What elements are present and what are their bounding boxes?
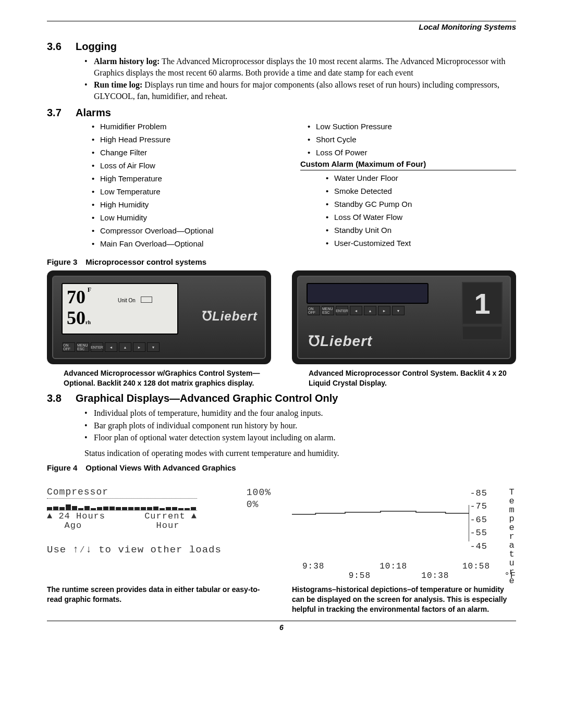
runtime-chart: Compressor (47, 487, 271, 556)
figure-4-row: Compressor (47, 487, 516, 581)
up-arrow-button[interactable]: ▲ (364, 306, 376, 315)
graphical-bullets: Individual plots of temperature, humidit… (47, 408, 516, 443)
panel-button-row: ON OFF MENU ESC ENTER ◄ ▲ ► ▼ (308, 306, 405, 315)
graphics-control-panel: 70 F 50rh Unit On ℧Liebert ON OFF MENU E… (47, 270, 271, 364)
section-3-6-heading: 3.6Logging (47, 41, 516, 53)
list-item: Standby GC Pump On (334, 200, 516, 208)
figure-3-caption-left: Advanced Microprocessor w/Graphics Contr… (64, 368, 271, 388)
histogram-trace (292, 505, 469, 541)
brand-logo: ℧Liebert (202, 309, 258, 324)
right-arrow-button[interactable]: ► (133, 342, 145, 352)
custom-alarm-header: Custom Alarm (Maximum of Four) (300, 159, 516, 170)
on-off-button[interactable]: ON OFF (63, 342, 75, 352)
figure-4-captions: The runtime screen provides data in eith… (47, 585, 516, 614)
list-item: Floor plan of optional water detection s… (94, 432, 516, 443)
lcd-status: Unit On (118, 298, 136, 303)
section-title: Graphical Displays—Advanced Graphic Cont… (76, 392, 338, 404)
figure-3-row: 70 F 50rh Unit On ℧Liebert ON OFF MENU E… (47, 270, 516, 388)
aux-panel (462, 326, 503, 340)
menu-esc-button[interactable]: MENU ESC (322, 306, 334, 315)
section-title: Alarms (76, 107, 111, 118)
lcd-temp-value: 70 (67, 287, 85, 307)
section-num: 3.6 (47, 41, 76, 53)
figure-4-caption-right: Histograms–historical depictions–of temp… (292, 585, 516, 614)
runtime-x-labels: ▲ 24 Hours Ago Current ▲Hour (47, 512, 197, 530)
list-item: High Temperature (100, 174, 300, 183)
microprocessor-control-panel: 1 ON OFF MENU ESC ENTER ◄ ▲ ► ▼ ℧Liebert (292, 270, 516, 364)
runtime-chart-title: Compressor (47, 487, 242, 497)
down-arrow-button[interactable]: ▼ (147, 342, 160, 352)
figure-4-caption-left: The runtime screen provides data in eith… (47, 585, 271, 614)
enter-button[interactable]: ENTER (91, 342, 103, 352)
page-footer: 6 (47, 621, 516, 632)
list-item: Loss of Air Flow (100, 161, 300, 170)
runtime-bar-row (47, 498, 197, 511)
list-item: Bar graph plots of individual component … (94, 420, 516, 431)
list-item: Low Humidity (100, 213, 300, 222)
list-item: Run time log: Displays run time and hour… (94, 79, 516, 102)
alarms-columns: Humidifier Problem High Head Pressure Ch… (84, 122, 516, 252)
page-number: 6 (279, 623, 284, 632)
up-arrow-button[interactable]: ▲ (119, 342, 131, 352)
lcd-status-icon (141, 297, 152, 303)
list-item: Standby Unit On (334, 226, 516, 235)
status-line: Status indication of operating modes wit… (84, 449, 516, 458)
histogram-x-axis: 9:38 10:18 10:58 9:58 10:38 (292, 562, 490, 581)
figure-title: Optional Views With Advanced Graphics (85, 463, 236, 472)
alarms-right-col: Low Suction Pressure Short Cycle Loss Of… (300, 122, 516, 252)
left-arrow-button[interactable]: ◄ (350, 306, 362, 315)
section-title: Logging (76, 41, 117, 52)
list-item: Loss Of Power (316, 148, 516, 157)
list-item: Main Fan Overload—Optional (100, 239, 300, 248)
temperature-histogram: -85 -75 -65 -55 -45 Temperature 9:38 10:… (292, 487, 516, 581)
on-off-button[interactable]: ON OFF (308, 306, 320, 315)
list-item: Smoke Detected (334, 187, 516, 195)
runtime-y-labels: 100% 0% (247, 487, 271, 511)
list-item: Alarm history log: The Advanced Micropro… (94, 56, 516, 78)
list-item: Change Filter (100, 148, 300, 157)
lcd-hum-unit: rh (85, 319, 91, 325)
enter-button[interactable]: ENTER (336, 306, 348, 315)
list-item: Low Suction Pressure (316, 122, 516, 131)
list-item: User-Customized Text (334, 239, 516, 248)
figure-title: Microprocessor control systems (85, 257, 206, 266)
list-item: Compressor Overload—Optional (100, 226, 300, 235)
running-header: Local Monitoring Systems (47, 22, 516, 31)
list-item: Low Temperature (100, 187, 300, 196)
brand-logo: ℧Liebert (309, 332, 372, 350)
lcd-hum-value: 50 (67, 307, 85, 328)
left-arrow-button[interactable]: ◄ (105, 342, 117, 352)
unit-number-display: 1 (462, 282, 503, 325)
histogram-unit: °F (505, 571, 516, 581)
runtime-hint: Use ↑⁄↓ to view other loads (47, 544, 271, 556)
figure-number: Figure 3 (47, 257, 77, 266)
right-arrow-button[interactable]: ► (378, 306, 390, 315)
bullet-text: Displays run time and hours for major co… (94, 80, 499, 101)
logging-bullets: Alarm history log: The Advanced Micropro… (47, 56, 516, 102)
list-item: Water Under Floor (334, 174, 516, 182)
list-item: High Head Pressure (100, 135, 300, 144)
bullet-lead: Alarm history log: (94, 57, 160, 66)
figure-3-label: Figure 3Microprocessor control systems (47, 257, 516, 266)
figure-number: Figure 4 (47, 463, 77, 472)
menu-esc-button[interactable]: MENU ESC (77, 342, 89, 352)
list-item: Individual plots of temperature, humidit… (94, 408, 516, 419)
figure-4-label: Figure 4Optional Views With Advanced Gra… (47, 463, 516, 472)
histogram-y-axis: -85 -75 -65 -55 -45 (470, 487, 487, 553)
section-3-7-heading: 3.7Alarms (47, 107, 516, 119)
panel-button-row: ON OFF MENU ESC ENTER ◄ ▲ ► ▼ (63, 342, 160, 352)
section-num: 3.7 (47, 107, 76, 119)
down-arrow-button[interactable]: ▼ (392, 306, 405, 315)
figure-3-caption-right: Advanced Microprocessor Control System. … (309, 368, 516, 388)
section-num: 3.8 (47, 392, 76, 404)
section-3-8-heading: 3.8Graphical Displays—Advanced Graphic C… (47, 392, 516, 404)
lcd-temp-unit: F (88, 286, 91, 293)
list-item: Loss Of Water Flow (334, 213, 516, 221)
list-item: Humidifier Problem (100, 122, 300, 131)
lcd-display: 70 F 50rh Unit On (62, 283, 178, 335)
bullet-lead: Run time log: (94, 80, 142, 89)
list-item: Short Cycle (316, 135, 516, 144)
alarms-left-col: Humidifier Problem High Head Pressure Ch… (84, 122, 300, 252)
small-lcd (307, 283, 429, 304)
list-item: High Humidity (100, 200, 300, 209)
